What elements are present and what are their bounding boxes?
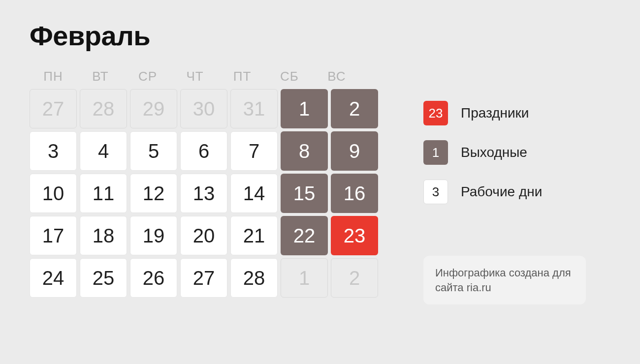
calendar-grid: 2728293031123456789101112131415161718192…	[30, 89, 360, 298]
calendar-day: 1	[281, 89, 328, 128]
calendar-day: 2	[331, 89, 378, 128]
legend-swatch-holiday: 23	[423, 101, 448, 125]
calendar-day: 15	[281, 174, 328, 213]
weekday-sun: ВС	[313, 69, 360, 84]
calendar-day: 7	[230, 131, 278, 171]
calendar-day: 28	[230, 258, 278, 298]
calendar-day: 27	[180, 258, 227, 298]
calendar-day: 5	[130, 131, 177, 171]
weekday-sat: СБ	[266, 69, 313, 84]
calendar-day: 24	[30, 258, 77, 298]
calendar-day: 21	[230, 216, 278, 255]
calendar-day: 13	[180, 174, 227, 213]
legend-label-holiday: Праздники	[461, 105, 529, 121]
calendar-day: 25	[80, 258, 127, 298]
calendar-day: 3	[30, 131, 77, 171]
legend-swatch-work: 3	[423, 180, 448, 204]
calendar-day: 8	[281, 131, 328, 171]
calendar-day: 28	[80, 89, 127, 128]
calendar-day: 1	[281, 258, 328, 298]
calendar-day: 27	[30, 89, 77, 128]
calendar-day: 9	[331, 131, 378, 171]
month-title: Февраль	[30, 20, 150, 52]
legend-swatch-weekend: 1	[423, 140, 448, 165]
calendar-day: 16	[331, 174, 378, 213]
weekday-wed: СР	[124, 69, 171, 84]
weekday-mon: ПН	[30, 69, 77, 84]
legend-row-weekend: 1 Выходные	[423, 140, 542, 165]
calendar-day: 29	[130, 89, 177, 128]
calendar-day: 17	[30, 216, 77, 255]
calendar-day: 10	[30, 174, 77, 213]
weekday-thu: ЧТ	[171, 69, 219, 84]
calendar-day: 30	[180, 89, 227, 128]
calendar: ПН ВТ СР ЧТ ПТ СБ ВС 2728293031123456789…	[30, 69, 360, 298]
calendar-day: 4	[80, 131, 127, 171]
weekday-fri: ПТ	[219, 69, 266, 84]
calendar-day: 14	[230, 174, 278, 213]
calendar-day: 18	[80, 216, 127, 255]
calendar-day: 20	[180, 216, 227, 255]
legend-row-holiday: 23 Праздники	[423, 101, 542, 125]
calendar-day: 19	[130, 216, 177, 255]
calendar-infographic: Февраль ПН ВТ СР ЧТ ПТ СБ ВС 27282930311…	[0, 0, 640, 364]
weekday-row: ПН ВТ СР ЧТ ПТ СБ ВС	[30, 69, 360, 84]
legend: 23 Праздники 1 Выходные 3 Рабочие дни	[423, 101, 542, 204]
calendar-day: 22	[281, 216, 328, 255]
calendar-day: 11	[80, 174, 127, 213]
calendar-day: 23	[331, 216, 378, 255]
weekday-tue: ВТ	[77, 69, 124, 84]
calendar-day: 12	[130, 174, 177, 213]
calendar-day: 26	[130, 258, 177, 298]
legend-label-work: Рабочие дни	[461, 184, 542, 200]
legend-label-weekend: Выходные	[461, 145, 527, 160]
calendar-day: 2	[331, 258, 378, 298]
legend-row-work: 3 Рабочие дни	[423, 180, 542, 204]
credit-box: Инфографика создана для сайта ria.ru	[423, 256, 586, 304]
calendar-day: 31	[230, 89, 278, 128]
calendar-day: 6	[180, 131, 227, 171]
